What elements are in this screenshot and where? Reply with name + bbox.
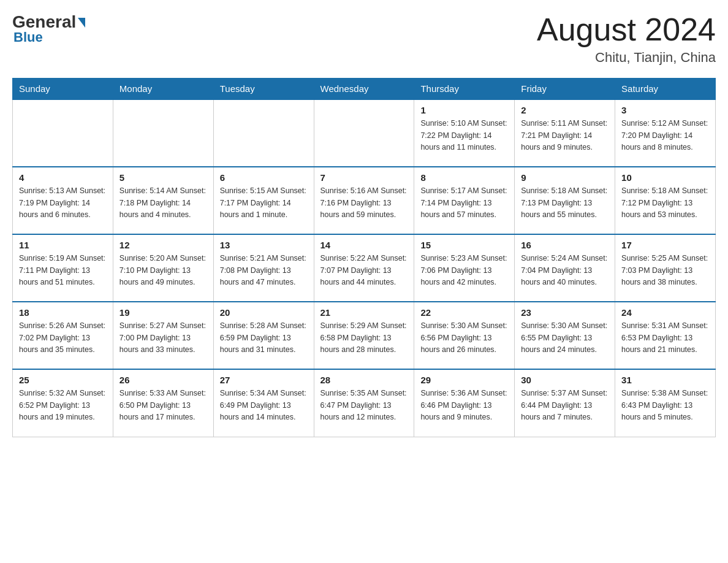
day-number: 12 bbox=[119, 240, 207, 250]
day-number: 29 bbox=[420, 375, 508, 385]
calendar-cell: 18Sunrise: 5:26 AM Sunset: 7:02 PM Dayli… bbox=[13, 302, 113, 369]
day-info: Sunrise: 5:29 AM Sunset: 6:58 PM Dayligh… bbox=[320, 320, 408, 356]
day-info: Sunrise: 5:27 AM Sunset: 7:00 PM Dayligh… bbox=[119, 320, 207, 356]
calendar-cell: 19Sunrise: 5:27 AM Sunset: 7:00 PM Dayli… bbox=[113, 302, 213, 369]
day-number: 6 bbox=[220, 172, 308, 183]
calendar-cell bbox=[314, 99, 414, 167]
day-info: Sunrise: 5:18 AM Sunset: 7:13 PM Dayligh… bbox=[521, 185, 609, 221]
header-day-wednesday: Wednesday bbox=[314, 79, 414, 100]
calendar-cell: 23Sunrise: 5:30 AM Sunset: 6:55 PM Dayli… bbox=[515, 302, 615, 369]
calendar-cell: 11Sunrise: 5:19 AM Sunset: 7:11 PM Dayli… bbox=[13, 234, 113, 302]
day-number: 1 bbox=[420, 105, 508, 115]
day-info: Sunrise: 5:26 AM Sunset: 7:02 PM Dayligh… bbox=[19, 320, 107, 356]
day-number: 11 bbox=[19, 240, 107, 250]
calendar-cell: 27Sunrise: 5:34 AM Sunset: 6:49 PM Dayli… bbox=[213, 369, 314, 437]
calendar-cell: 5Sunrise: 5:14 AM Sunset: 7:18 PM Daylig… bbox=[113, 167, 213, 234]
day-info: Sunrise: 5:19 AM Sunset: 7:11 PM Dayligh… bbox=[19, 253, 107, 288]
calendar-cell: 2Sunrise: 5:11 AM Sunset: 7:21 PM Daylig… bbox=[515, 99, 615, 167]
day-number: 4 bbox=[19, 172, 107, 183]
day-number: 9 bbox=[521, 172, 609, 183]
day-info: Sunrise: 5:35 AM Sunset: 6:47 PM Dayligh… bbox=[320, 388, 408, 423]
day-info: Sunrise: 5:20 AM Sunset: 7:10 PM Dayligh… bbox=[119, 253, 207, 288]
location-title: Chitu, Tianjin, China bbox=[537, 50, 716, 66]
week-row-1: 1Sunrise: 5:10 AM Sunset: 7:22 PM Daylig… bbox=[13, 99, 716, 167]
calendar-cell: 4Sunrise: 5:13 AM Sunset: 7:19 PM Daylig… bbox=[13, 167, 113, 234]
day-number: 24 bbox=[621, 307, 709, 318]
calendar-cell: 25Sunrise: 5:32 AM Sunset: 6:52 PM Dayli… bbox=[13, 369, 113, 437]
header-day-friday: Friday bbox=[515, 79, 615, 100]
calendar-cell: 10Sunrise: 5:18 AM Sunset: 7:12 PM Dayli… bbox=[615, 167, 716, 234]
logo: General Blue bbox=[12, 12, 85, 45]
day-info: Sunrise: 5:10 AM Sunset: 7:22 PM Dayligh… bbox=[420, 118, 508, 153]
day-info: Sunrise: 5:16 AM Sunset: 7:16 PM Dayligh… bbox=[320, 185, 408, 221]
day-number: 19 bbox=[119, 307, 207, 318]
calendar-cell: 12Sunrise: 5:20 AM Sunset: 7:10 PM Dayli… bbox=[113, 234, 213, 302]
month-title: August 2024 bbox=[537, 12, 716, 47]
header-day-sunday: Sunday bbox=[13, 79, 113, 100]
calendar-cell: 24Sunrise: 5:31 AM Sunset: 6:53 PM Dayli… bbox=[615, 302, 716, 369]
header-day-tuesday: Tuesday bbox=[213, 79, 314, 100]
logo-blue-text: Blue bbox=[13, 29, 43, 45]
calendar-cell: 9Sunrise: 5:18 AM Sunset: 7:13 PM Daylig… bbox=[515, 167, 615, 234]
day-number: 3 bbox=[621, 105, 709, 115]
day-info: Sunrise: 5:31 AM Sunset: 6:53 PM Dayligh… bbox=[621, 320, 709, 356]
header-day-thursday: Thursday bbox=[414, 79, 515, 100]
day-number: 16 bbox=[521, 240, 609, 250]
day-info: Sunrise: 5:30 AM Sunset: 6:56 PM Dayligh… bbox=[420, 320, 508, 356]
day-number: 26 bbox=[119, 375, 207, 385]
day-info: Sunrise: 5:15 AM Sunset: 7:17 PM Dayligh… bbox=[220, 185, 308, 221]
calendar-cell: 1Sunrise: 5:10 AM Sunset: 7:22 PM Daylig… bbox=[414, 99, 515, 167]
header-day-monday: Monday bbox=[113, 79, 213, 100]
calendar-cell: 29Sunrise: 5:36 AM Sunset: 6:46 PM Dayli… bbox=[414, 369, 515, 437]
day-info: Sunrise: 5:24 AM Sunset: 7:04 PM Dayligh… bbox=[521, 253, 609, 288]
day-number: 31 bbox=[621, 375, 709, 385]
day-number: 23 bbox=[521, 307, 609, 318]
calendar-cell: 6Sunrise: 5:15 AM Sunset: 7:17 PM Daylig… bbox=[213, 167, 314, 234]
calendar-cell: 30Sunrise: 5:37 AM Sunset: 6:44 PM Dayli… bbox=[515, 369, 615, 437]
calendar-cell: 31Sunrise: 5:38 AM Sunset: 6:43 PM Dayli… bbox=[615, 369, 716, 437]
calendar-cell: 20Sunrise: 5:28 AM Sunset: 6:59 PM Dayli… bbox=[213, 302, 314, 369]
day-number: 2 bbox=[521, 105, 609, 115]
logo-arrow-icon bbox=[78, 18, 85, 28]
day-number: 30 bbox=[521, 375, 609, 385]
calendar-header: SundayMondayTuesdayWednesdayThursdayFrid… bbox=[13, 79, 716, 100]
week-row-5: 25Sunrise: 5:32 AM Sunset: 6:52 PM Dayli… bbox=[13, 369, 716, 437]
calendar-body: 1Sunrise: 5:10 AM Sunset: 7:22 PM Daylig… bbox=[13, 99, 716, 437]
calendar-cell: 15Sunrise: 5:23 AM Sunset: 7:06 PM Dayli… bbox=[414, 234, 515, 302]
day-info: Sunrise: 5:36 AM Sunset: 6:46 PM Dayligh… bbox=[420, 388, 508, 423]
page-header: General Blue August 2024 Chitu, Tianjin,… bbox=[12, 12, 716, 66]
day-info: Sunrise: 5:33 AM Sunset: 6:50 PM Dayligh… bbox=[119, 388, 207, 423]
calendar-cell: 3Sunrise: 5:12 AM Sunset: 7:20 PM Daylig… bbox=[615, 99, 716, 167]
day-info: Sunrise: 5:28 AM Sunset: 6:59 PM Dayligh… bbox=[220, 320, 308, 356]
day-number: 27 bbox=[220, 375, 308, 385]
day-number: 7 bbox=[320, 172, 408, 183]
calendar-cell bbox=[213, 99, 314, 167]
calendar-cell: 26Sunrise: 5:33 AM Sunset: 6:50 PM Dayli… bbox=[113, 369, 213, 437]
day-info: Sunrise: 5:37 AM Sunset: 6:44 PM Dayligh… bbox=[521, 388, 609, 423]
calendar-cell: 28Sunrise: 5:35 AM Sunset: 6:47 PM Dayli… bbox=[314, 369, 414, 437]
calendar-cell: 14Sunrise: 5:22 AM Sunset: 7:07 PM Dayli… bbox=[314, 234, 414, 302]
day-info: Sunrise: 5:30 AM Sunset: 6:55 PM Dayligh… bbox=[521, 320, 609, 356]
day-number: 14 bbox=[320, 240, 408, 250]
title-block: August 2024 Chitu, Tianjin, China bbox=[537, 12, 716, 66]
day-info: Sunrise: 5:11 AM Sunset: 7:21 PM Dayligh… bbox=[521, 118, 609, 153]
day-info: Sunrise: 5:32 AM Sunset: 6:52 PM Dayligh… bbox=[19, 388, 107, 423]
calendar-cell bbox=[113, 99, 213, 167]
day-info: Sunrise: 5:13 AM Sunset: 7:19 PM Dayligh… bbox=[19, 185, 107, 221]
week-row-3: 11Sunrise: 5:19 AM Sunset: 7:11 PM Dayli… bbox=[13, 234, 716, 302]
day-number: 8 bbox=[420, 172, 508, 183]
calendar-cell: 13Sunrise: 5:21 AM Sunset: 7:08 PM Dayli… bbox=[213, 234, 314, 302]
day-number: 28 bbox=[320, 375, 408, 385]
header-row: SundayMondayTuesdayWednesdayThursdayFrid… bbox=[13, 79, 716, 100]
calendar-cell: 7Sunrise: 5:16 AM Sunset: 7:16 PM Daylig… bbox=[314, 167, 414, 234]
day-info: Sunrise: 5:14 AM Sunset: 7:18 PM Dayligh… bbox=[119, 185, 207, 221]
calendar-table: SundayMondayTuesdayWednesdayThursdayFrid… bbox=[12, 78, 716, 437]
calendar-cell: 16Sunrise: 5:24 AM Sunset: 7:04 PM Dayli… bbox=[515, 234, 615, 302]
calendar-cell: 17Sunrise: 5:25 AM Sunset: 7:03 PM Dayli… bbox=[615, 234, 716, 302]
day-number: 17 bbox=[621, 240, 709, 250]
day-info: Sunrise: 5:22 AM Sunset: 7:07 PM Dayligh… bbox=[320, 253, 408, 288]
day-info: Sunrise: 5:34 AM Sunset: 6:49 PM Dayligh… bbox=[220, 388, 308, 423]
day-info: Sunrise: 5:12 AM Sunset: 7:20 PM Dayligh… bbox=[621, 118, 709, 153]
week-row-4: 18Sunrise: 5:26 AM Sunset: 7:02 PM Dayli… bbox=[13, 302, 716, 369]
day-info: Sunrise: 5:38 AM Sunset: 6:43 PM Dayligh… bbox=[621, 388, 709, 423]
